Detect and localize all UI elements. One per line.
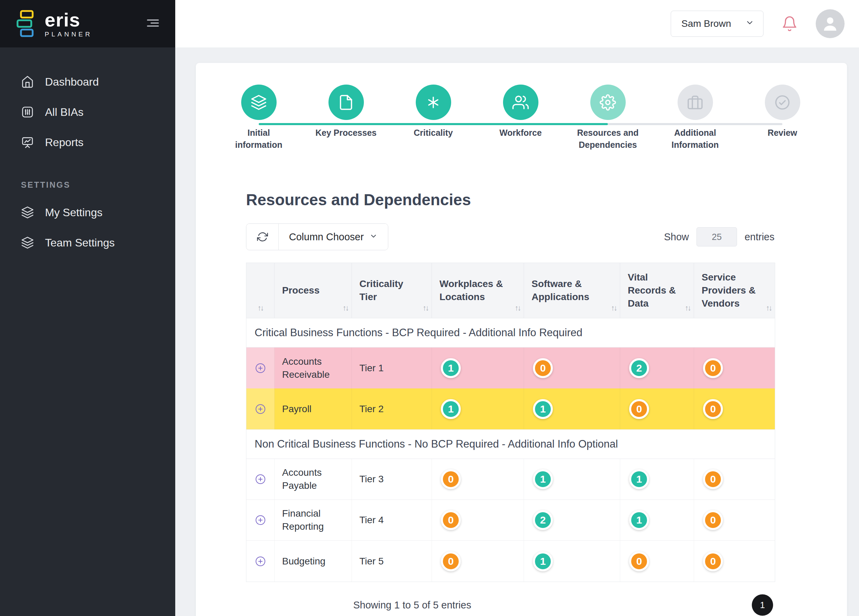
- expand-row-button[interactable]: [246, 459, 275, 499]
- step-circle: [590, 84, 626, 120]
- table-header-process[interactable]: Process↑↓: [275, 263, 352, 318]
- sort-icon[interactable]: ↑↓: [611, 303, 617, 313]
- step-resources-and-dependencies[interactable]: Resources and Dependencies: [564, 84, 651, 152]
- tier-cell: Tier 4: [352, 500, 432, 540]
- sidebar-item-all-bias[interactable]: All BIAs: [0, 97, 175, 127]
- sidebar-item-dashboard[interactable]: Dashboard: [0, 67, 175, 97]
- sort-icon[interactable]: ↑↓: [685, 303, 690, 313]
- count-cell: 1: [620, 459, 694, 499]
- step-additional-information[interactable]: Additional Information: [651, 84, 739, 152]
- count-cell: 0: [694, 347, 775, 388]
- brand-subtitle: PLANNER: [45, 31, 92, 38]
- count-cell: 1: [524, 459, 620, 499]
- user-dropdown[interactable]: Sam Brown: [671, 11, 764, 37]
- step-circle: [328, 84, 364, 120]
- count-badge[interactable]: 1: [629, 469, 649, 489]
- pagination-page-button[interactable]: 1: [752, 594, 773, 616]
- count-badge[interactable]: 0: [441, 469, 461, 489]
- column-chooser-button[interactable]: Column Chooser: [279, 224, 388, 250]
- table-header-vital-records-data[interactable]: Vital Records & Data↑↓: [620, 263, 694, 318]
- count-badge[interactable]: 1: [441, 399, 461, 419]
- page-title: Resources and Dependencies: [246, 191, 847, 209]
- column-chooser-label: Column Chooser: [289, 231, 364, 243]
- count-badge[interactable]: 0: [441, 551, 461, 571]
- count-badge[interactable]: 2: [533, 510, 553, 530]
- count-badge[interactable]: 0: [703, 399, 723, 419]
- process-cell: Financial Reporting: [275, 500, 352, 540]
- entries-summary: Showing 1 to 5 of 5 entries: [353, 599, 471, 611]
- notifications-bell-icon[interactable]: [781, 16, 798, 32]
- show-label: Show: [664, 231, 689, 243]
- count-badge[interactable]: 2: [629, 358, 649, 378]
- expand-row-button[interactable]: [246, 347, 275, 388]
- step-circle: [765, 84, 800, 120]
- page-size-control: Show entries: [664, 227, 775, 247]
- table-header-expand[interactable]: ↑↓: [246, 263, 275, 318]
- sort-icon[interactable]: ↑↓: [766, 303, 772, 313]
- count-badge[interactable]: 1: [533, 551, 553, 571]
- count-cell: 0: [432, 500, 524, 540]
- brand-text: eris PLANNER: [45, 10, 92, 38]
- step-criticality[interactable]: Criticality: [390, 84, 477, 152]
- expand-row-button[interactable]: [246, 500, 275, 540]
- step-review[interactable]: Review: [739, 84, 826, 152]
- tier-cell: Tier 5: [352, 541, 432, 582]
- step-label: Initial information: [226, 127, 291, 151]
- step-initial-information[interactable]: Initial information: [215, 84, 302, 152]
- sidebar-item-my-settings[interactable]: My Settings: [0, 197, 175, 228]
- home-icon: [21, 75, 34, 88]
- count-badge[interactable]: 0: [441, 510, 461, 530]
- step-circle: [678, 84, 713, 120]
- count-badge[interactable]: 0: [533, 358, 553, 378]
- sort-icon[interactable]: ↑↓: [423, 303, 428, 313]
- wizard-stepper: Initial informationKey ProcessesCritical…: [196, 84, 847, 152]
- sidebar-item-team-settings[interactable]: Team Settings: [0, 228, 175, 258]
- step-workforce[interactable]: Workforce: [477, 84, 564, 152]
- chevron-down-icon: [369, 231, 378, 243]
- page-size-input[interactable]: [697, 227, 737, 247]
- sidebar-item-reports[interactable]: Reports: [0, 127, 175, 158]
- count-cell: 0: [432, 459, 524, 499]
- step-circle: [241, 84, 276, 120]
- column-chooser-group: Column Chooser: [246, 224, 388, 250]
- step-key-processes[interactable]: Key Processes: [302, 84, 390, 152]
- resources-table: ↑↓Process↑↓Criticality Tier↑↓Workplaces …: [246, 263, 775, 582]
- table-header-criticality-tier[interactable]: Criticality Tier↑↓: [352, 263, 432, 318]
- topbar: Sam Brown: [175, 0, 859, 47]
- sidebar-toggle-icon[interactable]: [146, 16, 160, 31]
- count-badge[interactable]: 0: [703, 510, 723, 530]
- count-badge[interactable]: 0: [703, 358, 723, 378]
- count-cell: 1: [524, 388, 620, 429]
- table-header-service-providers-vendors[interactable]: Service Providers & Vendors↑↓: [694, 263, 775, 318]
- sort-icon[interactable]: ↑↓: [515, 303, 520, 313]
- expand-row-button[interactable]: [246, 541, 275, 582]
- group-row-critical-business-functions-bc: Critical Business Functions - BCP Requir…: [246, 318, 775, 347]
- count-badge[interactable]: 1: [629, 510, 649, 530]
- sidebar-item-label: Reports: [45, 136, 83, 149]
- table-row-budgeting: BudgetingTier 50100: [246, 541, 775, 582]
- expand-row-button[interactable]: [246, 388, 275, 429]
- app-root: eris PLANNER DashboardAll BIAsReports SE…: [0, 0, 859, 616]
- count-badge[interactable]: 1: [533, 469, 553, 489]
- sidebar-item-label: Dashboard: [45, 76, 99, 88]
- user-avatar[interactable]: [816, 9, 845, 38]
- step-circle: [416, 84, 451, 120]
- sort-icon[interactable]: ↑↓: [258, 303, 263, 313]
- column-label: Process: [282, 284, 320, 297]
- count-cell: 0: [432, 541, 524, 582]
- count-badge[interactable]: 1: [441, 358, 461, 378]
- step-label: Resources and Dependencies: [575, 127, 640, 151]
- sidebar: eris PLANNER DashboardAll BIAsReports SE…: [0, 0, 175, 616]
- count-badge[interactable]: 1: [533, 399, 553, 419]
- table-header-workplaces-locations[interactable]: Workplaces & Locations↑↓: [432, 263, 524, 318]
- table-header-software-applications[interactable]: Software & Applications↑↓: [524, 263, 620, 318]
- count-badge[interactable]: 0: [703, 551, 723, 571]
- count-badge[interactable]: 0: [703, 469, 723, 489]
- count-badge[interactable]: 0: [629, 399, 649, 419]
- sort-icon[interactable]: ↑↓: [342, 303, 348, 313]
- sidebar-nav-main: DashboardAll BIAsReports: [0, 47, 175, 158]
- refresh-button[interactable]: [246, 224, 279, 250]
- bia-wizard-card: Initial informationKey ProcessesCritical…: [196, 63, 847, 616]
- step-label: Review: [768, 127, 797, 139]
- count-badge[interactable]: 0: [629, 551, 649, 571]
